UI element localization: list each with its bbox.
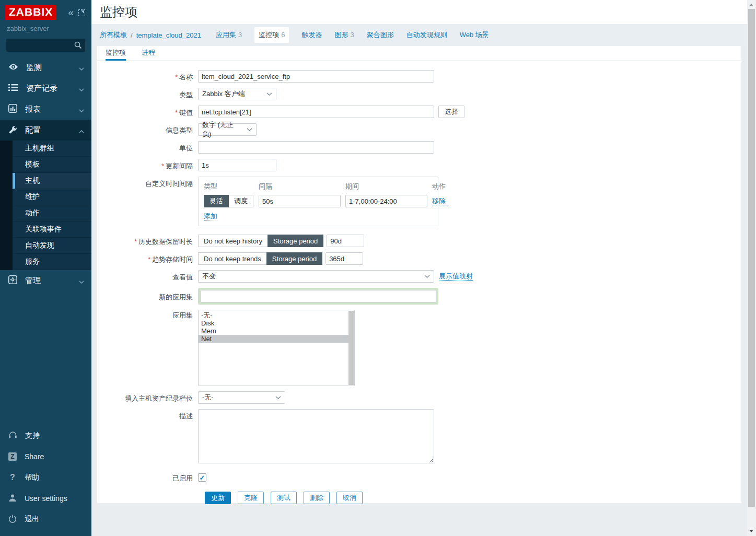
update-interval-input[interactable] <box>198 159 276 171</box>
question-mark-icon: ? <box>8 473 17 482</box>
sidebar-item-templates[interactable]: 模板 <box>0 157 91 173</box>
new-application-input[interactable] <box>200 290 436 302</box>
units-label: 单位 <box>97 141 198 153</box>
show-value-mappings-link[interactable]: 展示值映射 <box>439 272 473 281</box>
sidebar-item-label: 配置 <box>25 125 41 135</box>
help-link[interactable]: ? 帮助 <box>0 467 91 488</box>
chevron-down-icon <box>79 105 84 114</box>
sidebar-item-hosts[interactable]: 主机 <box>0 173 91 189</box>
ci-col-action: 动作 <box>432 182 448 191</box>
period-input[interactable] <box>345 195 427 207</box>
scrollbar-thumb[interactable] <box>748 9 755 507</box>
sidebar-item-administration[interactable]: 管理 <box>0 270 91 291</box>
trends-period-input[interactable] <box>325 252 363 265</box>
wrench-icon <box>8 125 17 135</box>
user-settings-link[interactable]: User settings <box>0 488 91 509</box>
nav-web-scenarios[interactable]: Web 场景 <box>460 30 489 40</box>
new-application-highlight <box>200 290 436 302</box>
update-button[interactable]: 更新 <box>205 492 231 504</box>
key-select-button[interactable]: 选择 <box>438 106 464 118</box>
ci-col-type: 类型 <box>204 182 254 191</box>
footer-item-label: User settings <box>25 494 67 503</box>
show-value-select[interactable]: 不变 <box>198 270 434 283</box>
kiosk-mode-icon[interactable] <box>78 9 85 16</box>
application-option-none[interactable]: -无- <box>199 311 348 319</box>
sidebar-item-monitoring[interactable]: 监测 <box>0 57 91 78</box>
delete-button[interactable]: 删除 <box>304 492 330 504</box>
cancel-button[interactable]: 取消 <box>336 492 363 504</box>
trends-on-toggle[interactable]: Storage period <box>266 252 322 265</box>
search-icon[interactable] <box>74 41 82 51</box>
sidebar-item-configuration[interactable]: 配置 <box>0 120 91 141</box>
test-button[interactable]: 测试 <box>271 492 297 504</box>
sidebar-search-input[interactable] <box>6 39 85 52</box>
support-link[interactable]: 支持 <box>0 425 91 446</box>
entity-nav: 应用集3 监控项6 触发器 图形3 聚合图形 自动发现规则 Web 场景 <box>216 27 489 43</box>
sidebar-item-label: 资产记录 <box>26 84 57 94</box>
sidebar-item-discovery[interactable]: 自动发现 <box>0 238 91 254</box>
sidebar-item-inventory[interactable]: 资产记录 <box>0 78 91 99</box>
page-scrollbar[interactable] <box>747 0 756 536</box>
history-on-toggle[interactable]: Storage period <box>267 235 323 247</box>
type-select[interactable]: Zabbix 客户端 <box>198 88 276 100</box>
custom-intervals-table: 类型 间隔 期间 动作 灵活 调度 移除 添加 <box>198 177 438 226</box>
nav-items[interactable]: 监控项6 <box>254 27 289 43</box>
nav-screens[interactable]: 聚合图形 <box>367 30 394 40</box>
key-input[interactable] <box>198 106 434 118</box>
enabled-label: 已启用 <box>97 472 198 483</box>
name-input[interactable] <box>198 70 434 83</box>
zabbix-logo[interactable]: ZABBIX <box>5 5 56 20</box>
sidebar-item-maintenance[interactable]: 维护 <box>0 189 91 205</box>
description-label: 描述 <box>97 409 198 421</box>
custom-interval-row: 灵活 调度 移除 <box>204 195 433 207</box>
trends-off-toggle[interactable]: Do not keep trends <box>198 252 267 265</box>
custom-intervals-label: 自定义时间间隔 <box>97 177 198 189</box>
info-type-label: 信息类型 <box>97 123 198 135</box>
history-off-toggle[interactable]: Do not keep history <box>198 235 268 247</box>
application-option-disk[interactable]: Disk <box>199 319 348 327</box>
sidebar-item-event-correlation[interactable]: 关联项事件 <box>0 222 91 238</box>
applications-label: 应用集 <box>97 310 198 320</box>
history-period-input[interactable] <box>327 235 364 247</box>
info-type-select[interactable]: 数字 (无正负) <box>198 123 257 136</box>
clone-button[interactable]: 克隆 <box>238 492 264 504</box>
nav-triggers[interactable]: 触发器 <box>301 30 322 40</box>
share-link[interactable]: Z Share <box>0 446 91 467</box>
scroll-down-arrow[interactable] <box>749 530 753 532</box>
tab-bar: 监控项 进程 <box>97 46 741 61</box>
add-interval-link[interactable]: 添加 <box>204 212 217 220</box>
sidebar-item-services[interactable]: 服务 <box>0 254 91 270</box>
applications-listbox[interactable]: -无- Disk Mem Net <box>198 310 355 386</box>
application-option-net[interactable]: Net <box>199 335 348 343</box>
listbox-scrollbar[interactable] <box>348 311 354 385</box>
main-content: 监控项 所有模板 / template_cloud_2021 应用集3 监控项6… <box>91 0 747 536</box>
name-label: *名称 <box>97 70 198 82</box>
type-label: 类型 <box>97 88 198 100</box>
sidebar-item-actions[interactable]: 动作 <box>0 205 91 222</box>
scroll-up-arrow[interactable] <box>749 4 753 6</box>
logout-link[interactable]: 退出 <box>0 509 91 530</box>
breadcrumb-all-templates[interactable]: 所有模板 <box>100 30 127 40</box>
nav-applications[interactable]: 应用集3 <box>216 30 242 40</box>
tab-preprocessing[interactable]: 进程 <box>142 46 155 61</box>
nav-discovery-rules[interactable]: 自动发现规则 <box>406 30 447 40</box>
interval-input[interactable] <box>259 195 341 207</box>
scheduling-toggle[interactable]: 调度 <box>228 195 253 207</box>
breadcrumb-template[interactable]: template_cloud_2021 <box>136 31 201 39</box>
tab-item[interactable]: 监控项 <box>106 46 126 61</box>
sidebar-item-reports[interactable]: 报表 <box>0 99 91 120</box>
collapse-sidebar-icon[interactable]: « <box>68 9 74 16</box>
server-name: zabbix_server <box>0 20 91 32</box>
remove-interval-link[interactable]: 移除 <box>432 197 448 205</box>
sidebar-item-label: 报表 <box>25 104 41 114</box>
application-option-mem[interactable]: Mem <box>199 327 348 335</box>
nav-graphs[interactable]: 图形3 <box>334 30 354 40</box>
description-textarea[interactable] <box>198 409 434 463</box>
units-input[interactable] <box>198 141 434 154</box>
inventory-field-select[interactable]: -无- <box>198 391 285 404</box>
item-form-card: 监控项 进程 *名称 类型 Zabbix 客户端 *键值 <box>97 46 741 503</box>
enabled-checkbox[interactable]: ✓ <box>198 473 206 482</box>
flexible-toggle[interactable]: 灵活 <box>204 195 229 207</box>
footer-item-label: 支持 <box>25 431 40 440</box>
sidebar-item-host-groups[interactable]: 主机群组 <box>0 141 91 157</box>
